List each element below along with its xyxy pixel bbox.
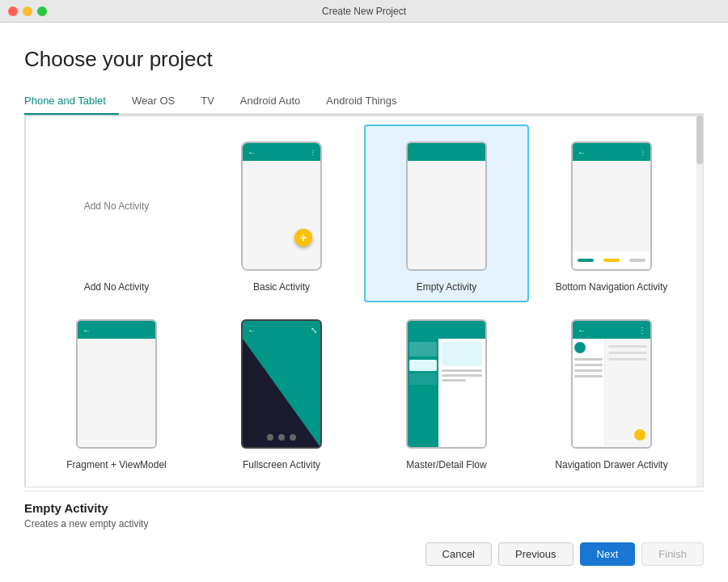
previous-button[interactable]: Previous [498, 542, 574, 566]
back-arrow-icon-frag: ← [81, 324, 92, 335]
window-controls [8, 6, 47, 16]
diagonal-svg [243, 339, 320, 447]
scrollbar-track[interactable] [696, 116, 703, 487]
fragment-viewmodel-label: Fragment + ViewModel [66, 459, 167, 470]
window-title: Create New Project [322, 6, 406, 17]
minimize-button[interactable] [23, 6, 32, 16]
tab-bar: Phone and Tablet Wear OS TV Android Auto… [24, 88, 704, 115]
fab-icon: + [294, 229, 312, 247]
scrollbar-thumb[interactable] [696, 116, 703, 164]
activity-bottom-nav[interactable]: ← ⋮ Bottom Navigation Activity [529, 124, 694, 302]
finish-button[interactable]: Finish [641, 542, 704, 566]
next-button[interactable]: Next [580, 542, 636, 566]
activity-no-activity[interactable]: Add No Activity Add No Activity [34, 124, 199, 302]
activity-master-detail[interactable]: Master/Detail Flow [364, 302, 529, 480]
fullscreen-label: Fullscreen Activity [243, 459, 320, 470]
close-button[interactable] [8, 6, 18, 16]
selected-activity-title: Empty Activity [24, 501, 704, 515]
tab-android-things[interactable]: Android Things [313, 88, 409, 115]
tab-wear-os[interactable]: Wear OS [119, 88, 188, 115]
tab-android-auto[interactable]: Android Auto [227, 88, 313, 115]
nav-drawer-label: Navigation Drawer Activity [555, 459, 667, 470]
activity-fullscreen[interactable]: ← ⤡ [199, 302, 364, 480]
master-detail-label: Master/Detail Flow [406, 459, 486, 470]
maximize-button[interactable] [37, 6, 47, 16]
bottom-buttons: Cancel Previous Next Finish [24, 534, 704, 566]
fullscreen-preview: ← ⤡ [233, 315, 330, 453]
selected-activity-description: Creates a new empty activity [24, 518, 704, 529]
basic-activity-preview: ← ⋮ + [233, 137, 330, 275]
back-arrow-icon-full: ← [246, 324, 257, 335]
bottom-nav-label: Bottom Navigation Activity [556, 281, 668, 293]
expand-icon: ⤡ [311, 326, 317, 335]
main-window: Choose your project Phone and Tablet Wea… [0, 23, 728, 582]
no-activity-preview: Add No Activity [68, 137, 165, 275]
master-detail-preview [398, 315, 495, 453]
activity-basic[interactable]: ← ⋮ + Basic Activity [199, 124, 364, 302]
back-arrow-icon: ← [246, 146, 257, 158]
empty-activity-preview [398, 137, 495, 275]
menu-icon-nd: ⋮ [638, 326, 647, 335]
menu-icon: ⋮ [310, 149, 317, 156]
tab-phone-tablet[interactable]: Phone and Tablet [24, 88, 119, 115]
activity-nav-drawer[interactable]: ← ⋮ [529, 302, 694, 480]
back-arrow-icon-bna: ← [576, 146, 587, 158]
back-arrow-icon-nd: ← [576, 324, 587, 335]
menu-icon-bna: ⋮ [640, 149, 647, 156]
basic-activity-label: Basic Activity [253, 281, 310, 293]
nav-drawer-preview: ← ⋮ [563, 315, 660, 453]
fragment-viewmodel-preview: ← [68, 315, 165, 453]
cancel-button[interactable]: Cancel [425, 542, 492, 566]
fab-nav-drawer [634, 429, 645, 441]
title-bar: Create New Project [0, 0, 728, 23]
no-activity-item-label: Add No Activity [84, 281, 150, 293]
tab-tv[interactable]: TV [188, 88, 227, 115]
no-activity-label-preview: Add No Activity [84, 200, 150, 212]
activity-grid-wrapper: Add No Activity Add No Activity ← ⋮ + [24, 115, 704, 487]
info-section: Empty Activity Creates a new empty activ… [24, 491, 704, 534]
page-title: Choose your project [24, 47, 704, 72]
empty-activity-label: Empty Activity [417, 281, 477, 293]
activity-empty[interactable]: Empty Activity [364, 124, 529, 302]
bottom-nav-preview: ← ⋮ [563, 137, 660, 275]
activity-fragment-viewmodel[interactable]: ← Fragment + ViewModel [34, 302, 199, 480]
activity-grid: Add No Activity Add No Activity ← ⋮ + [25, 116, 703, 487]
